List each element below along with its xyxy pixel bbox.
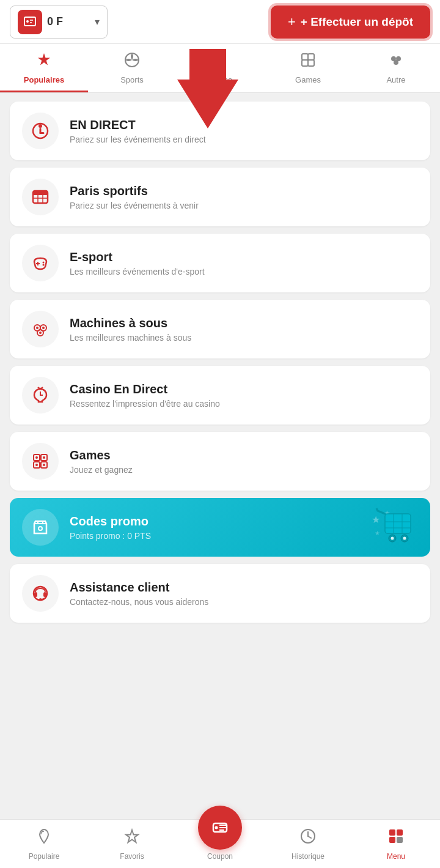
svg-rect-67	[397, 829, 403, 836]
header: 0 F ▾ + + Effectuer un dépôt	[0, 0, 440, 44]
e-sport-text: E-sport Les meilleurs événements d'e-spo…	[70, 250, 205, 276]
tab-autre[interactable]: Autre	[352, 44, 440, 92]
menu-item-assistance[interactable]: Assistance client Contactez-nous, nous v…	[10, 564, 430, 623]
main-content: EN DIRECT Pariez sur les événements en d…	[0, 93, 440, 694]
promo-icon	[22, 509, 59, 546]
machines-sous-icon	[22, 311, 59, 347]
svg-text:★: ★	[372, 514, 380, 525]
favoris-icon	[123, 827, 141, 850]
svg-point-24	[43, 264, 45, 266]
bottom-nav-historique[interactable]: Historique	[264, 822, 352, 866]
svg-rect-1	[24, 17, 35, 26]
casino-direct-icon	[22, 377, 59, 414]
paris-sportifs-title: Paris sportifs	[70, 184, 199, 198]
svg-text:★: ★	[375, 530, 380, 536]
assistance-title: Assistance client	[70, 581, 208, 595]
paris-sportifs-subtitle: Pariez sur les événements à venir	[70, 201, 199, 210]
promo-text: Codes promo Points promo : 0 PTS	[70, 514, 151, 541]
svg-point-28	[36, 327, 38, 329]
deposit-label: + Effectuer un dépôt	[301, 15, 413, 29]
assistance-text: Assistance client Contactez-nous, nous v…	[70, 581, 208, 607]
casino-direct-subtitle: Ressentez l'impression d'être au casino	[70, 399, 220, 409]
coupon-label: Coupon	[207, 852, 233, 861]
svg-point-35	[35, 456, 38, 459]
casino-direct-title: Casino En Direct	[70, 382, 220, 396]
bottom-nav-favoris[interactable]: Favoris	[88, 822, 176, 866]
svg-point-13	[38, 124, 42, 128]
svg-rect-7	[302, 60, 308, 66]
bottom-nav-coupon[interactable]: Coupon	[176, 823, 264, 866]
svg-rect-6	[308, 54, 314, 60]
casino-direct-text: Casino En Direct Ressentez l'impression …	[70, 382, 220, 409]
tab-casino[interactable]: Casino	[176, 44, 264, 92]
menu-label: Menu	[387, 852, 405, 861]
promo-cart-decoration: ★ ★ ★	[372, 505, 420, 550]
populaire-icon	[35, 827, 53, 850]
autre-icon	[387, 51, 405, 73]
svg-rect-66	[389, 829, 395, 836]
e-sport-title: E-sport	[70, 250, 205, 264]
en-direct-text: EN DIRECT Pariez sur les événements en d…	[70, 118, 206, 144]
sports-icon	[123, 51, 141, 73]
en-direct-title: EN DIRECT	[70, 118, 206, 132]
svg-rect-8	[308, 60, 314, 66]
paris-sportifs-icon	[22, 179, 59, 215]
svg-point-52	[391, 537, 394, 540]
svg-line-65	[308, 836, 311, 838]
menu-item-en-direct[interactable]: EN DIRECT Pariez sur les événements en d…	[10, 102, 430, 160]
menu-item-games[interactable]: Games Jouez et gagnez	[10, 432, 430, 491]
bottom-nav-menu[interactable]: Menu	[352, 822, 440, 866]
bottom-nav: Populaire Favoris Coupon	[0, 819, 440, 868]
svg-point-29	[42, 327, 45, 329]
svg-point-36	[43, 456, 45, 459]
assistance-subtitle: Contactez-nous, nous vous aiderons	[70, 597, 208, 607]
deposit-button[interactable]: + + Effectuer un dépôt	[271, 6, 430, 39]
tab-autre-label: Autre	[386, 75, 405, 84]
populaire-label: Populaire	[29, 852, 60, 861]
tab-sports-label: Sports	[120, 75, 144, 84]
machines-sous-subtitle: Les meilleures machines à sous	[70, 333, 191, 343]
menu-item-codes-promo[interactable]: Codes promo Points promo : 0 PTS ★ ★ ★	[10, 498, 430, 557]
bottom-nav-populaire[interactable]: Populaire	[0, 822, 88, 866]
tab-populaires-label: Populaires	[24, 75, 64, 84]
svg-point-38	[43, 464, 45, 466]
svg-rect-55	[34, 592, 37, 597]
svg-point-53	[403, 537, 406, 540]
svg-point-11	[394, 60, 398, 65]
menu-item-machines-sous[interactable]: Machines à sous Les meilleures machines …	[10, 300, 430, 358]
coupon-button[interactable]	[198, 806, 242, 850]
balance-container[interactable]: 0 F ▾	[10, 6, 108, 39]
historique-label: Historique	[292, 852, 324, 861]
svg-point-30	[39, 332, 42, 334]
svg-rect-68	[389, 837, 395, 843]
menu-item-casino-direct[interactable]: Casino En Direct Ressentez l'impression …	[10, 366, 430, 425]
tab-games[interactable]: Games	[264, 44, 352, 92]
favoris-label: Favoris	[120, 852, 144, 861]
menu-icon	[387, 827, 405, 850]
populaires-icon	[35, 51, 53, 73]
app-logo	[18, 10, 42, 34]
historique-icon	[299, 827, 317, 850]
games-title: Games	[70, 448, 133, 462]
assistance-icon	[22, 575, 59, 612]
svg-point-2	[26, 20, 29, 23]
nav-tabs: Populaires Sports Casino	[0, 44, 440, 93]
tab-games-label: Games	[295, 75, 321, 84]
en-direct-subtitle: Pariez sur les événements en direct	[70, 135, 206, 144]
tab-sports[interactable]: Sports	[88, 44, 176, 92]
en-direct-icon	[22, 113, 59, 149]
machines-sous-text: Machines à sous Les meilleures machines …	[70, 316, 191, 343]
e-sport-icon	[22, 245, 59, 281]
svg-line-49	[376, 508, 378, 511]
promo-title: Codes promo	[70, 514, 151, 529]
menu-item-e-sport[interactable]: E-sport Les meilleurs événements d'e-spo…	[10, 234, 430, 292]
games-text: Games Jouez et gagnez	[70, 448, 133, 475]
e-sport-subtitle: Les meilleurs événements d'e-sport	[70, 267, 205, 276]
balance-value: 0 F	[47, 15, 90, 28]
tab-casino-label: Casino	[208, 75, 232, 84]
menu-item-paris-sportifs[interactable]: Paris sportifs Pariez sur les événements…	[10, 168, 430, 226]
deposit-plus-icon: +	[288, 14, 296, 30]
tab-populaires[interactable]: Populaires	[0, 44, 88, 92]
svg-rect-4	[215, 54, 223, 65]
games-subtitle: Jouez et gagnez	[70, 465, 133, 475]
